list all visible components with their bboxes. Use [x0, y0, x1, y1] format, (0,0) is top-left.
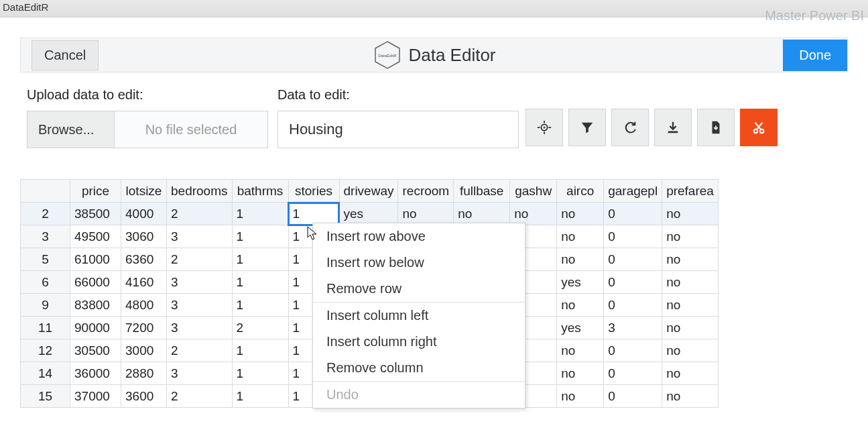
cell[interactable]: 2 — [167, 248, 233, 271]
cell[interactable]: 0 — [604, 385, 662, 408]
cell[interactable]: 61000 — [70, 248, 121, 271]
cell[interactable]: 38500 — [70, 203, 121, 225]
col-header[interactable]: stories — [288, 180, 339, 203]
col-header[interactable]: recroom — [398, 180, 454, 203]
filter-button[interactable] — [568, 109, 606, 146]
col-header[interactable]: lotsize — [121, 180, 167, 203]
cell[interactable]: 4800 — [121, 294, 167, 317]
col-header[interactable]: airco — [557, 180, 604, 203]
cell[interactable]: 3 — [167, 317, 233, 339]
cell[interactable]: 0 — [604, 339, 662, 362]
cell[interactable]: 2880 — [121, 362, 167, 385]
col-header[interactable]: price — [70, 180, 121, 203]
cell[interactable]: 37000 — [70, 385, 121, 408]
rownum-header[interactable] — [21, 180, 70, 203]
cell[interactable]: no — [557, 385, 604, 408]
cell[interactable]: no — [454, 203, 510, 225]
cut-button[interactable] — [740, 109, 778, 146]
cell[interactable]: no — [662, 339, 719, 362]
cell[interactable]: no — [662, 225, 719, 248]
cell[interactable]: no — [557, 203, 604, 225]
cell[interactable]: no — [557, 362, 604, 385]
dataset-input[interactable] — [277, 111, 519, 148]
cell[interactable]: no — [662, 362, 719, 385]
cell[interactable]: yes — [557, 317, 604, 339]
cell[interactable]: 3 — [167, 271, 233, 294]
cell[interactable]: 1 — [288, 203, 339, 225]
cell[interactable]: 6360 — [121, 248, 167, 271]
col-header[interactable]: garagepl — [604, 180, 662, 203]
rownum-cell[interactable]: 14 — [21, 362, 70, 385]
browse-button[interactable]: Browse... — [27, 111, 115, 148]
cell[interactable]: no — [557, 294, 604, 317]
cell[interactable]: 1 — [232, 248, 288, 271]
cell[interactable]: 0 — [604, 248, 662, 271]
cell[interactable]: no — [662, 317, 719, 339]
menu-item[interactable]: Remove row — [313, 276, 525, 302]
col-header[interactable]: bedrooms — [167, 180, 233, 203]
cell[interactable]: 66000 — [70, 271, 121, 294]
cell[interactable]: no — [662, 294, 719, 317]
cell[interactable]: 2 — [167, 203, 233, 225]
cell[interactable]: 2 — [167, 339, 233, 362]
cell[interactable]: no — [557, 339, 604, 362]
menu-item[interactable]: Insert column right — [313, 329, 525, 355]
cell[interactable]: 2 — [167, 385, 233, 408]
cell[interactable]: 83800 — [70, 294, 121, 317]
rownum-cell[interactable]: 12 — [21, 339, 70, 362]
cell[interactable]: 4160 — [121, 271, 167, 294]
cell[interactable]: 0 — [604, 271, 662, 294]
cell[interactable]: yes — [557, 271, 604, 294]
rownum-cell[interactable]: 15 — [21, 385, 70, 408]
cell[interactable]: 3060 — [121, 225, 167, 248]
context-menu[interactable]: Insert row aboveInsert row belowRemove r… — [312, 223, 525, 409]
cell[interactable]: no — [557, 248, 604, 271]
cell[interactable]: 2 — [232, 317, 288, 339]
download-button[interactable] — [654, 109, 692, 146]
cell[interactable]: 0 — [604, 294, 662, 317]
rownum-cell[interactable]: 6 — [21, 271, 70, 294]
col-header[interactable]: bathrms — [232, 180, 288, 203]
save-file-button[interactable] — [697, 109, 735, 146]
cell[interactable]: no — [557, 225, 604, 248]
rownum-cell[interactable]: 11 — [21, 317, 70, 339]
cell[interactable]: 3 — [167, 362, 233, 385]
cell[interactable]: 3 — [604, 317, 662, 339]
cell[interactable]: no — [662, 385, 719, 408]
cell[interactable]: 1 — [232, 339, 288, 362]
cell[interactable]: 3000 — [121, 339, 167, 362]
cell[interactable]: no — [398, 203, 454, 225]
cell[interactable]: 0 — [604, 362, 662, 385]
cell[interactable]: 1 — [232, 271, 288, 294]
cell[interactable]: 1 — [232, 294, 288, 317]
col-header[interactable]: driveway — [339, 180, 398, 203]
menu-item[interactable]: Remove column — [313, 355, 525, 381]
cell[interactable]: 90000 — [70, 317, 121, 339]
cell[interactable]: no — [662, 271, 719, 294]
cell[interactable]: 1 — [232, 362, 288, 385]
col-header[interactable]: fullbase — [454, 180, 510, 203]
done-button[interactable]: Done — [783, 40, 847, 71]
cell[interactable]: 1 — [232, 203, 288, 225]
menu-item[interactable]: Insert column left — [313, 303, 525, 329]
cell[interactable]: 36000 — [70, 362, 121, 385]
table-row[interactable]: 2385004000211yesnononono0no — [21, 203, 719, 225]
sync-button[interactable] — [611, 109, 649, 146]
col-header[interactable]: prefarea — [662, 180, 719, 203]
col-header[interactable]: gashw — [510, 180, 557, 203]
cell[interactable]: 1 — [232, 225, 288, 248]
cell[interactable]: 4000 — [121, 203, 167, 225]
rownum-cell[interactable]: 9 — [21, 294, 70, 317]
target-button[interactable] — [525, 109, 563, 146]
cell[interactable]: 1 — [232, 385, 288, 408]
cell[interactable]: no — [510, 203, 557, 225]
cell[interactable]: 0 — [604, 225, 662, 248]
cell[interactable]: 3 — [167, 225, 233, 248]
cell[interactable]: 3600 — [121, 385, 167, 408]
cell[interactable]: no — [662, 248, 719, 271]
rownum-cell[interactable]: 5 — [21, 248, 70, 271]
cell[interactable]: 3 — [167, 294, 233, 317]
menu-item[interactable]: Insert row below — [313, 250, 525, 276]
cancel-button[interactable]: Cancel — [32, 40, 99, 70]
cell[interactable]: 0 — [604, 203, 662, 225]
